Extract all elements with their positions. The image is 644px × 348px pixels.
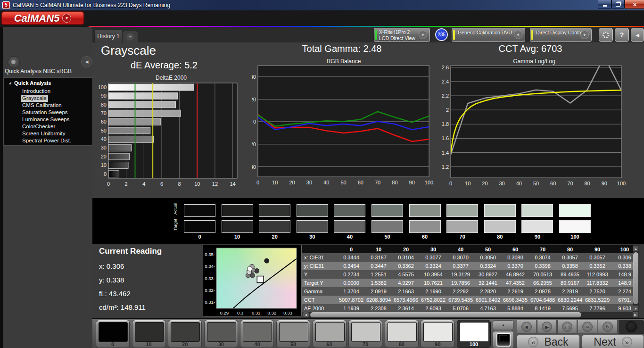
table-cell: 6791. bbox=[611, 296, 633, 304]
record-button[interactable] bbox=[626, 321, 637, 332]
workflow-title: Quick Analysis NBC sRGB bbox=[5, 68, 72, 75]
actual-target-band: ActualTarget0102030405060708090100 bbox=[92, 198, 644, 244]
table-col-header: 80 bbox=[556, 245, 584, 253]
exposure-badge[interactable]: 235 bbox=[435, 28, 448, 41]
table-cell: 2.2820 bbox=[474, 287, 502, 296]
table-cell: 4.9297 bbox=[392, 279, 420, 287]
sidebar-item-cms-calibration[interactable]: CMS Calibration bbox=[21, 102, 63, 109]
patch-swatch bbox=[423, 322, 453, 342]
patch-button-40[interactable]: 40 bbox=[240, 320, 274, 348]
svg-text:1.4: 1.4 bbox=[442, 150, 449, 156]
scroll-right-icon[interactable]: ▶ bbox=[633, 312, 638, 317]
table-cell: 2.1663 bbox=[392, 287, 420, 296]
close-button[interactable]: × bbox=[625, 0, 644, 9]
settings-button[interactable] bbox=[599, 28, 613, 42]
meter-dropdown[interactable]: X-Rite i1Pro 2 LCD Direct View ▼ bbox=[374, 28, 430, 42]
display-control-dropdown[interactable]: Direct Display Control ▼ bbox=[530, 28, 592, 42]
patch-button-0[interactable]: 0 bbox=[96, 320, 130, 348]
sidebar-item-spectral-power-dist-[interactable]: Spectral Power Dist. bbox=[21, 137, 73, 144]
sidebar-item-colorchecker[interactable]: ColorChecker bbox=[21, 123, 57, 130]
svg-text:90: 90 bbox=[602, 181, 607, 186]
minimize-button[interactable] bbox=[598, 0, 611, 9]
svg-text:70: 70 bbox=[101, 110, 107, 116]
table-cell: 0.3104 bbox=[392, 253, 420, 262]
svg-text:0.33-: 0.33- bbox=[205, 276, 215, 281]
patch-button-100[interactable]: 100 bbox=[457, 320, 491, 348]
patch-label: 30 bbox=[205, 341, 238, 347]
actual-swatch-0 bbox=[184, 204, 215, 217]
target-swatch-50 bbox=[372, 220, 403, 233]
calman-logo[interactable]: CalMAN5 ▼ bbox=[1, 11, 84, 25]
pattern-window-button[interactable] bbox=[493, 331, 514, 348]
svg-text:0.33: 0.33 bbox=[283, 310, 292, 315]
patch-button-50[interactable]: 50 bbox=[276, 320, 310, 348]
patch-button-90[interactable]: 90 bbox=[421, 320, 454, 348]
svg-text:0: 0 bbox=[256, 180, 259, 185]
scroll-down-icon[interactable]: ▼ bbox=[633, 306, 638, 311]
refresh-icon: ↻ bbox=[603, 322, 613, 332]
back-button[interactable]: « Back bbox=[517, 335, 580, 348]
add-tab-button[interactable]: + bbox=[123, 31, 138, 42]
vscroll-thumb[interactable] bbox=[633, 252, 638, 304]
actual-swatch-30 bbox=[297, 204, 328, 217]
restore-button[interactable] bbox=[611, 0, 625, 9]
table-cell: 10.7621 bbox=[420, 279, 447, 287]
target-swatch-0 bbox=[184, 220, 215, 233]
tree-root-row[interactable]: Quick Analysis bbox=[8, 80, 51, 86]
next-button[interactable]: Next » bbox=[582, 335, 644, 348]
patch-swatch bbox=[171, 322, 200, 342]
record-dot-button[interactable] bbox=[8, 56, 20, 68]
table-hscrollbar[interactable]: ◀ ▶ bbox=[303, 312, 639, 318]
svg-text:0.32-: 0.32- bbox=[205, 288, 215, 293]
gear-icon bbox=[602, 31, 610, 39]
table-vscrollbar[interactable]: ▲ ▼ bbox=[633, 245, 639, 312]
row-label: ΔE 2000 bbox=[302, 304, 338, 312]
patch-scroll-up-button[interactable]: ▲ bbox=[493, 320, 514, 330]
svg-text:90: 90 bbox=[409, 180, 415, 185]
hscroll-thumb[interactable] bbox=[310, 312, 581, 317]
transport-infinity-button[interactable]: ∞ bbox=[578, 320, 597, 334]
patch-button-60[interactable]: 60 bbox=[313, 320, 347, 348]
table-cell: 0.3324 bbox=[474, 262, 502, 270]
top-toolbar: History 1 + X-Rite i1Pro 2 LCD Direct Vi… bbox=[92, 27, 644, 42]
patch-swatch bbox=[279, 322, 308, 342]
scroll-left-icon[interactable]: ◀ bbox=[303, 312, 309, 317]
sidebar-item-saturation-sweeps[interactable]: Saturation Sweeps bbox=[21, 109, 69, 116]
source-dropdown[interactable]: Generic Calibration DVD ▼ bbox=[452, 28, 525, 42]
sidebar-item-luminance-sweeps[interactable]: Luminance Sweeps bbox=[21, 116, 71, 123]
actual-swatch-60 bbox=[409, 204, 441, 217]
transport-play-button[interactable]: ▶ bbox=[537, 320, 557, 334]
table-cell: 1.3704 bbox=[338, 287, 365, 296]
table-header-row: 0102030405060708090100 bbox=[302, 245, 633, 253]
patch-button-10[interactable]: 10 bbox=[132, 320, 166, 348]
sidebar-item-grayscale[interactable]: Grayscale bbox=[21, 95, 48, 102]
rgb-balance-chart-title: RGB Balance bbox=[252, 58, 435, 65]
sidebar-item-screen-uniformity[interactable]: Screen Uniformity bbox=[21, 130, 66, 137]
table-cell: 0.3074 bbox=[529, 253, 556, 262]
patch-button-20[interactable]: 20 bbox=[168, 320, 202, 348]
rgb-balance-chart: RGB Balance -40-200204001020304050607080… bbox=[252, 57, 435, 187]
band-level-label: 40 bbox=[334, 234, 365, 240]
table-cell: 2.274 bbox=[611, 287, 633, 296]
target-swatch-80 bbox=[484, 220, 516, 233]
patch-button-30[interactable]: 30 bbox=[204, 320, 238, 348]
transport-stop-button[interactable]: ■ bbox=[517, 320, 537, 334]
scroll-up-icon[interactable]: ▲ bbox=[633, 246, 638, 251]
logo-menu-caret-icon[interactable]: ▼ bbox=[62, 14, 71, 23]
patch-button-70[interactable]: 70 bbox=[348, 320, 382, 348]
tab-history-1[interactable]: History 1 bbox=[94, 29, 123, 43]
tree-expander-icon[interactable] bbox=[8, 82, 11, 84]
transport-refresh-button[interactable]: ↻ bbox=[598, 320, 618, 334]
table-cell: 7.7796 bbox=[584, 304, 611, 312]
target-swatch-60 bbox=[409, 220, 441, 233]
patch-button-80[interactable]: 80 bbox=[385, 320, 419, 348]
transport-bracket-button[interactable]: [··] bbox=[557, 320, 577, 334]
title-bar[interactable]: 5 CalMAN 5 CalMAN Ultimate for Business … bbox=[0, 0, 644, 10]
help-button[interactable]: ? bbox=[615, 28, 629, 42]
source-status-stripe bbox=[453, 30, 455, 40]
panel-collapse-button[interactable]: ◀ bbox=[631, 28, 644, 42]
sidebar-item-introduction[interactable]: Introduction bbox=[21, 88, 52, 95]
chevron-down-icon: ▼ bbox=[514, 31, 522, 39]
sidebar-collapse-button[interactable]: ◀ bbox=[81, 56, 92, 67]
table-cell: 0.3324 bbox=[420, 262, 447, 270]
